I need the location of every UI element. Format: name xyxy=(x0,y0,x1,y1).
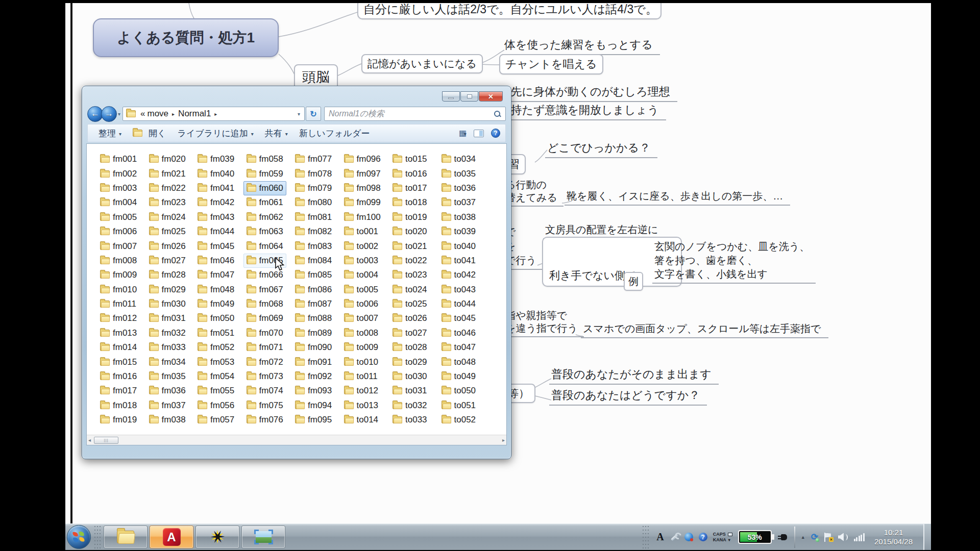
folder-item[interactable]: fm052 xyxy=(194,340,237,355)
folder-item[interactable]: fm056 xyxy=(194,398,237,413)
folder-item[interactable]: to052 xyxy=(438,413,479,427)
breadcrumb-overflow[interactable]: « xyxy=(139,109,146,119)
node-sumaho[interactable]: スマホでの画面タップ、スクロール等は左手薬指で xyxy=(581,321,828,338)
taskbar-clock[interactable]: 10:21 2015/04/28 xyxy=(870,528,917,546)
folder-item[interactable]: to024 xyxy=(389,283,430,297)
folder-item[interactable]: to044 xyxy=(438,297,479,311)
folder-item[interactable]: fm050 xyxy=(194,311,237,325)
folder-item[interactable]: to007 xyxy=(341,311,382,325)
folder-item[interactable]: to032 xyxy=(389,398,430,413)
scroll-right-icon[interactable]: ▸ xyxy=(502,437,505,443)
start-button[interactable] xyxy=(67,525,91,549)
folder-item[interactable]: to027 xyxy=(389,326,430,340)
folder-item[interactable]: to036 xyxy=(438,181,479,195)
address-dropdown-icon[interactable]: ▾ xyxy=(298,111,301,117)
network-signal-icon[interactable] xyxy=(854,533,865,541)
sync-icon[interactable]: ⟳ xyxy=(811,533,818,541)
folder-item[interactable]: to003 xyxy=(341,254,382,268)
folder-item[interactable]: fm020 xyxy=(146,152,189,166)
folder-item[interactable]: fm059 xyxy=(243,166,286,181)
node-kutsu[interactable]: 靴を履く、イスに座る、歩き出しの第一歩、… xyxy=(565,189,790,206)
folder-item[interactable]: to013 xyxy=(341,398,382,413)
scroll-left-icon[interactable]: ◂ xyxy=(88,437,91,443)
folder-item[interactable]: fm094 xyxy=(292,398,335,413)
node-release-mind[interactable]: を持たず意識を開放しましょう xyxy=(497,102,666,120)
folder-item[interactable]: fm093 xyxy=(292,384,335,398)
folder-item[interactable]: to002 xyxy=(341,239,382,253)
folder-item[interactable]: fm100 xyxy=(341,210,384,224)
folder-item[interactable]: to033 xyxy=(389,413,430,427)
folder-item[interactable]: to037 xyxy=(438,195,479,210)
folder-item[interactable]: fm030 xyxy=(146,297,189,311)
folder-item[interactable]: fm047 xyxy=(194,268,237,282)
node-koudou[interactable]: る行動の 替えてみる xyxy=(503,179,564,207)
folder-item[interactable]: fm077 xyxy=(292,152,335,166)
preview-pane-button[interactable] xyxy=(474,130,484,137)
battery-indicator[interactable]: 53% xyxy=(738,530,772,544)
folder-item[interactable]: to015 xyxy=(389,152,430,166)
node-rei[interactable]: 例 xyxy=(624,272,643,291)
taskbar-button-adobe-reader[interactable]: A xyxy=(150,525,193,548)
folder-item[interactable]: to021 xyxy=(389,239,430,253)
folder-item[interactable]: fm043 xyxy=(194,210,237,224)
folder-item[interactable]: fm025 xyxy=(146,224,189,239)
folder-item[interactable]: to012 xyxy=(341,384,382,398)
close-button[interactable]: ✕ xyxy=(479,91,503,102)
folder-item[interactable]: fm062 xyxy=(243,210,286,224)
organize-button[interactable]: 整理 xyxy=(93,125,127,142)
folder-item[interactable]: to042 xyxy=(438,268,479,282)
forward-button[interactable]: → xyxy=(101,106,117,122)
horizontal-scrollbar[interactable]: ◂ ||| ▸ xyxy=(87,435,506,445)
folder-item[interactable]: to029 xyxy=(389,355,430,369)
folder-item[interactable]: fm082 xyxy=(292,224,335,239)
folder-item[interactable]: to034 xyxy=(438,152,479,166)
folder-item[interactable]: fm073 xyxy=(243,369,286,384)
folder-item[interactable]: to031 xyxy=(389,384,430,398)
node-fudan2[interactable]: 普段のあなたはどうですか？ xyxy=(549,387,707,406)
folder-item[interactable]: fm045 xyxy=(194,239,237,253)
folder-item[interactable]: fm063 xyxy=(243,224,286,239)
folder-item[interactable]: fm049 xyxy=(194,297,237,311)
taskbar-button-image-viewer[interactable] xyxy=(241,525,285,548)
node-kioku[interactable]: 記憶があいまいになる xyxy=(361,54,483,73)
folder-item[interactable]: fm087 xyxy=(292,297,335,311)
folder-item[interactable]: fm001 xyxy=(97,152,140,166)
folder-item[interactable]: to008 xyxy=(341,326,382,340)
scrollbar-thumb[interactable]: ||| xyxy=(94,437,118,444)
folder-item[interactable]: fm096 xyxy=(341,152,384,166)
breadcrumb-move[interactable]: move xyxy=(146,109,170,119)
folder-item[interactable]: fm091 xyxy=(292,355,335,369)
folder-item[interactable]: fm033 xyxy=(146,340,189,355)
folder-item[interactable]: fm042 xyxy=(194,195,237,210)
folder-item[interactable]: fm053 xyxy=(194,355,237,369)
folder-item[interactable]: to006 xyxy=(341,297,382,311)
folder-item[interactable]: fm085 xyxy=(292,268,335,282)
folder-item[interactable]: fm015 xyxy=(97,355,140,369)
share-button[interactable]: 共有 xyxy=(259,125,293,142)
folder-item[interactable]: fm026 xyxy=(146,239,189,253)
folder-item[interactable]: fm041 xyxy=(194,181,237,195)
folder-item[interactable]: fm040 xyxy=(194,166,237,181)
folder-item[interactable]: fm079 xyxy=(292,181,335,195)
folder-item[interactable]: fm028 xyxy=(146,268,189,282)
folder-item[interactable]: fm067 xyxy=(243,283,286,297)
folder-item[interactable]: fm083 xyxy=(292,239,335,253)
node-main-topic[interactable]: よくある質問・処方1 xyxy=(93,18,279,57)
folder-item[interactable]: to026 xyxy=(389,311,430,325)
node-where-stuck[interactable]: どこでひっかかる？ xyxy=(545,140,657,158)
folder-item[interactable]: fm024 xyxy=(146,210,189,224)
folder-item[interactable]: fm075 xyxy=(243,398,286,413)
folder-item[interactable]: fm080 xyxy=(292,195,335,210)
folder-item[interactable]: to038 xyxy=(438,210,479,224)
refresh-button[interactable]: ↻ xyxy=(306,107,321,121)
folder-item[interactable]: to004 xyxy=(341,268,382,282)
folder-item[interactable]: fm072 xyxy=(243,355,286,369)
folder-item[interactable]: to010 xyxy=(341,355,382,369)
folder-item[interactable]: to018 xyxy=(389,195,430,210)
folder-item[interactable]: to011 xyxy=(341,369,381,384)
folder-item[interactable]: fm058 xyxy=(243,152,286,166)
folder-item[interactable]: fm090 xyxy=(292,340,335,355)
show-hidden-icons-button[interactable]: ▲ xyxy=(801,535,805,540)
folder-item[interactable]: fm051 xyxy=(194,326,237,340)
folder-item[interactable]: fm070 xyxy=(243,326,286,340)
